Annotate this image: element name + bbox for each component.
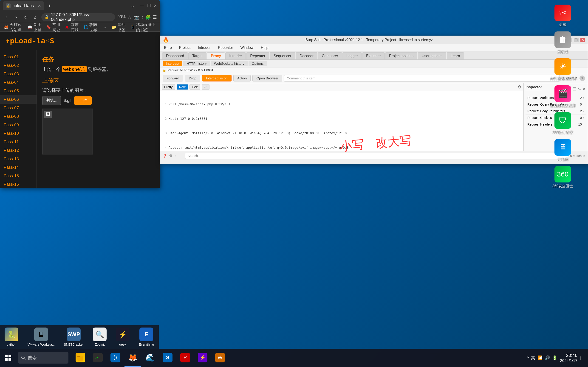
drop-button[interactable]: Drop <box>185 75 200 82</box>
sidebar-item-pass06[interactable]: Pass-06 <box>0 95 36 104</box>
sync-icon[interactable]: ↕ <box>141 15 143 20</box>
request-body[interactable]: 1POST /Pass-06/index.php HTTP/1.1 2Host:… <box>160 91 523 151</box>
tab-intruder[interactable]: Intruder <box>225 52 246 59</box>
search-prev-icon[interactable]: ❓ <box>163 154 167 158</box>
view-raw-btn[interactable]: Raw <box>177 84 188 90</box>
minimize-button[interactable]: — <box>140 3 144 8</box>
back-button[interactable]: ‹ <box>3 15 10 20</box>
tab-decoder[interactable]: Decoder <box>296 52 317 59</box>
tab-comparer[interactable]: Comparer <box>318 52 342 59</box>
extensions-icon[interactable]: 🧩 <box>145 15 151 20</box>
desktop-icon-this-pc[interactable]: 🖥 此电脑 <box>547 139 579 161</box>
forward-button[interactable]: › <box>12 15 20 20</box>
sidebar-item-pass12[interactable]: Pass-12 <box>0 146 36 155</box>
taskbar-edge[interactable]: 🌊 <box>142 349 159 367</box>
bookmark-beginner[interactable]: 📖 新手上路 <box>28 22 43 33</box>
tray-lang-icon[interactable]: 英 <box>531 355 535 361</box>
desktop-icon-video-crop[interactable]: 🎬 金视频视频裁剪 <box>547 85 579 108</box>
subtab-http-history[interactable]: HTTP history <box>183 61 210 66</box>
taskbar-zoomit[interactable]: 🔍 Zoomit <box>88 325 111 349</box>
comment-input[interactable]: Comment this item 🏷 <box>284 75 560 82</box>
tab-learn[interactable]: Learn <box>447 52 464 59</box>
tab-close-button[interactable]: ✕ <box>38 4 41 8</box>
settings-search-icon[interactable]: ⚙ <box>169 154 172 158</box>
menu-repeater[interactable]: Repeater <box>217 46 235 50</box>
tab-extender[interactable]: Extender <box>362 52 385 59</box>
sidebar-item-pass04[interactable]: Pass-04 <box>0 78 36 87</box>
taskbar-search[interactable]: 搜索 <box>18 352 68 364</box>
taskbar-clock[interactable]: 20:46 2024/1/17 <box>560 352 577 363</box>
subtab-options[interactable]: Options <box>248 61 267 66</box>
sidebar-item-pass10[interactable]: Pass-10 <box>0 129 36 138</box>
menu-help[interactable]: Help <box>259 46 270 50</box>
nav-forward-icon[interactable]: → <box>180 154 183 158</box>
view-ln-btn[interactable]: ↵ <box>202 84 209 90</box>
bookmark-jd[interactable]: JD 京东商城 <box>65 22 80 33</box>
taskbar-geek[interactable]: ⚡ geek <box>111 325 134 349</box>
taskbar-file-explorer[interactable] <box>72 349 89 367</box>
sidebar-item-pass15[interactable]: Pass-15 <box>0 172 36 180</box>
taskbar-icon-6[interactable]: S <box>159 349 176 367</box>
home-button[interactable]: ⌂ <box>32 15 39 20</box>
sidebar-item-pass07[interactable]: Pass-07 <box>0 104 36 112</box>
tab-project-options[interactable]: Project options <box>385 52 417 59</box>
new-tab-button[interactable]: ＋ <box>47 2 52 9</box>
sidebar-item-pass02[interactable]: Pass-02 <box>0 61 36 70</box>
sidebar-item-pass14[interactable]: Pass-14 <box>0 163 36 172</box>
restore-button[interactable]: ❐ <box>147 3 151 8</box>
tray-sound-icon[interactable]: 🔊 <box>545 355 550 360</box>
upload-button[interactable]: 上传 <box>74 96 92 105</box>
tab-target[interactable]: Target <box>188 52 206 59</box>
taskbar-snetcracker[interactable]: SWP SNETCracker <box>59 325 88 349</box>
subtab-websockets-history[interactable]: WebSockets history <box>211 61 247 66</box>
screenshot-icon[interactable]: 📷 <box>133 15 139 20</box>
address-bar[interactable]: 🔒 127.0.0.1:8081/Pass-06/index.php <box>41 13 115 21</box>
taskbar-vmware[interactable]: 🖥 VMware Worksta... <box>23 325 59 349</box>
taskbar-terminal[interactable]: >_ <box>90 349 106 367</box>
search-input[interactable] <box>185 153 568 159</box>
browser-tab-upload-labs[interactable]: 🔒 upload-labs ✕ <box>3 1 44 10</box>
tab-user-options[interactable]: User options <box>418 52 446 59</box>
start-button[interactable] <box>0 349 16 367</box>
tab-logger[interactable]: Logger <box>342 52 362 59</box>
bookmark-icon[interactable]: ☆ <box>128 15 132 20</box>
desktop-icon-recycle-bin[interactable]: 🗑 回收站 <box>547 32 579 54</box>
desktop-icon-360-guard[interactable]: 360 360安全卫⼠ <box>547 166 579 188</box>
bookmarks-more-icon[interactable]: » <box>104 25 106 30</box>
settings-icon[interactable]: ⚙ <box>518 84 521 90</box>
tab-more-button[interactable]: ⌄ <box>130 3 135 9</box>
sidebar-item-pass08[interactable]: Pass-08 <box>0 112 36 121</box>
view-pretty-btn[interactable]: Pretty <box>162 84 175 90</box>
action-button[interactable]: Action <box>233 75 251 82</box>
taskbar-vscode[interactable]: ⟨⟩ <box>107 349 124 367</box>
tab-repeater[interactable]: Repeater <box>246 52 269 59</box>
menu-burp[interactable]: Burp <box>163 46 173 50</box>
sidebar-item-pass11[interactable]: Pass-11 <box>0 138 36 146</box>
tab-dashboard[interactable]: Dashboard <box>162 52 188 59</box>
show-desktop-button[interactable]: | <box>580 356 582 360</box>
sidebar-item-pass05[interactable]: Pass-05 <box>0 87 36 95</box>
menu-icon[interactable]: ☰ <box>153 15 157 20</box>
view-hex-btn[interactable]: Hex <box>189 84 200 90</box>
request-editor[interactable]: Pretty Raw Hex ↵ ⚙ 1POST /Pass-06/index.… <box>160 83 523 151</box>
sidebar-item-pass09[interactable]: Pass-09 <box>0 121 36 129</box>
open-browser-button[interactable]: Open Browser <box>252 75 282 82</box>
bookmark-security[interactable]: 🌐 攻防世界 <box>83 22 98 33</box>
menu-intruder[interactable]: Intruder <box>197 46 212 50</box>
sidebar-item-pass16[interactable]: Pass-16 <box>0 180 36 188</box>
tray-battery-icon[interactable]: 🔋 <box>552 355 557 360</box>
menu-window[interactable]: Window <box>239 46 255 50</box>
tab-sequencer[interactable]: Sequencer <box>270 52 295 59</box>
taskbar-icon-9[interactable]: W <box>212 349 228 367</box>
bookmark-firefox[interactable]: 🦊 火狐官方站点 <box>4 22 24 33</box>
sidebar-item-pass13[interactable]: Pass-13 <box>0 155 36 163</box>
taskbar-everything[interactable]: E Everything <box>134 325 159 349</box>
taskbar-icon-8[interactable]: ⚡ <box>194 349 211 367</box>
sidebar-item-pass03[interactable]: Pass-03 <box>0 70 36 78</box>
tray-up-icon[interactable]: ^ <box>527 356 529 360</box>
subtab-intercept[interactable]: Intercept <box>163 61 182 66</box>
desktop-icon-sunflower[interactable]: ☀ 向日葵远程控制 <box>547 58 579 81</box>
taskbar-icon-7[interactable]: P <box>177 349 193 367</box>
sidebar-item-pass01[interactable]: Pass-01 <box>0 53 36 61</box>
bookmark-mobile[interactable]: 📱 移动设备上的书签 <box>130 22 156 33</box>
